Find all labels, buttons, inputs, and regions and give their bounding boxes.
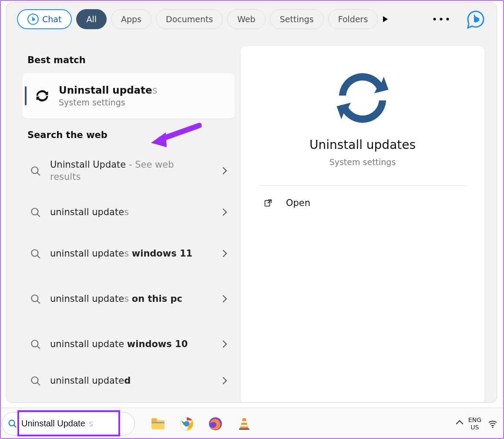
detail-pane: Uninstall updates System settings Open xyxy=(235,40,497,402)
search-web-heading: Search the web xyxy=(27,130,235,140)
detail-card: Uninstall updates System settings Open xyxy=(241,46,484,403)
web-result[interactable]: uninstall update windows 10 xyxy=(22,321,235,367)
search-ghost-suffix: s xyxy=(89,418,93,429)
bing-chat-bubble-icon[interactable] xyxy=(465,9,486,30)
filter-web[interactable]: Web xyxy=(227,9,265,29)
web-result-text: uninstall updates windows 11 xyxy=(50,247,194,260)
system-tray: ENG US xyxy=(457,416,501,430)
svg-rect-13 xyxy=(265,201,270,206)
svg-line-15 xyxy=(14,425,17,427)
filter-documents[interactable]: Documents xyxy=(156,9,223,29)
svg-point-25 xyxy=(492,426,494,428)
chrome-icon[interactable] xyxy=(179,416,194,431)
chevron-right-icon xyxy=(220,377,227,385)
svg-rect-18 xyxy=(151,422,165,423)
update-sync-large-icon xyxy=(334,70,391,126)
svg-rect-24 xyxy=(239,428,249,429)
best-match-result[interactable]: Uninstall updates System settings xyxy=(22,73,235,118)
svg-line-2 xyxy=(37,172,40,176)
detail-title: Uninstall updates xyxy=(309,138,416,152)
options-ellipsis-icon[interactable]: ••• xyxy=(427,14,456,25)
open-external-icon xyxy=(263,198,273,208)
chat-label: Chat xyxy=(42,14,61,24)
svg-point-14 xyxy=(9,420,15,425)
firefox-icon[interactable] xyxy=(208,416,223,431)
web-result-text: uninstall update windows 10 xyxy=(50,338,194,350)
search-icon xyxy=(30,165,41,177)
chevron-right-icon xyxy=(220,250,227,257)
filter-apps[interactable]: Apps xyxy=(111,9,151,29)
bing-icon xyxy=(27,14,39,25)
search-icon xyxy=(8,419,17,429)
svg-point-7 xyxy=(31,295,38,301)
search-results-panel: Chat All Apps Documents Web Settings Fol… xyxy=(6,2,497,403)
svg-point-5 xyxy=(31,250,38,256)
chevron-right-icon xyxy=(220,295,227,303)
svg-point-9 xyxy=(31,340,38,347)
web-result-text: uninstall updated xyxy=(50,375,194,387)
best-match-subtitle: System settings xyxy=(59,98,158,107)
open-action[interactable]: Open xyxy=(259,198,466,208)
svg-point-3 xyxy=(31,208,38,215)
svg-line-12 xyxy=(37,382,40,385)
taskbar-search-input[interactable] xyxy=(2,412,135,436)
svg-point-11 xyxy=(31,377,38,383)
tray-overflow-icon[interactable] xyxy=(456,420,463,427)
search-icon xyxy=(30,339,41,350)
filter-all[interactable]: All xyxy=(76,9,107,29)
vlc-icon[interactable] xyxy=(237,416,252,431)
wifi-icon[interactable] xyxy=(487,419,498,429)
filter-folders[interactable]: Folders xyxy=(328,9,378,29)
svg-line-6 xyxy=(37,255,40,258)
web-result-text: uninstall updates on this pc xyxy=(50,293,194,305)
svg-rect-17 xyxy=(151,418,157,422)
selection-accent xyxy=(25,86,27,105)
web-result[interactable]: uninstall updated xyxy=(22,367,235,395)
detail-subtitle: System settings xyxy=(329,157,396,167)
web-result-text: uninstall updates xyxy=(50,206,194,218)
chevron-right-icon xyxy=(220,341,227,348)
file-explorer-icon[interactable] xyxy=(151,416,165,431)
language-indicator[interactable]: ENG US xyxy=(468,416,481,430)
svg-point-1 xyxy=(31,167,38,173)
svg-line-8 xyxy=(37,301,40,304)
web-result[interactable]: uninstall updates on this pc xyxy=(22,276,235,321)
best-match-title: Uninstall updates xyxy=(59,84,158,96)
chevron-right-icon xyxy=(220,167,227,175)
more-filters-arrow-icon[interactable] xyxy=(383,16,388,22)
web-result-text: Uninstall Update - See web results xyxy=(50,159,194,183)
search-icon xyxy=(30,248,41,260)
best-match-heading: Best match xyxy=(27,55,235,65)
svg-rect-22 xyxy=(242,421,247,422)
svg-line-10 xyxy=(37,346,40,349)
chevron-right-icon xyxy=(220,209,227,216)
taskbar-search[interactable]: s xyxy=(2,412,135,436)
search-icon xyxy=(30,294,41,305)
filter-settings[interactable]: Settings xyxy=(270,9,324,29)
update-sync-icon xyxy=(34,87,51,105)
svg-rect-23 xyxy=(241,425,248,426)
filter-bar: Chat All Apps Documents Web Settings Fol… xyxy=(7,3,497,33)
chat-pill[interactable]: Chat xyxy=(17,9,72,29)
svg-line-4 xyxy=(37,214,40,217)
open-label: Open xyxy=(286,198,310,208)
divider xyxy=(259,185,466,186)
web-result[interactable]: Uninstall Update - See web results xyxy=(22,148,235,193)
web-result[interactable]: uninstall updates xyxy=(22,193,235,231)
taskbar-pinned-apps xyxy=(151,416,252,431)
web-result[interactable]: uninstall updates windows 11 xyxy=(22,231,235,276)
search-icon xyxy=(30,207,41,218)
results-list: Best match Uninstall updates System sett… xyxy=(7,40,235,402)
search-icon xyxy=(30,375,41,387)
taskbar: s ENG US xyxy=(0,408,504,439)
